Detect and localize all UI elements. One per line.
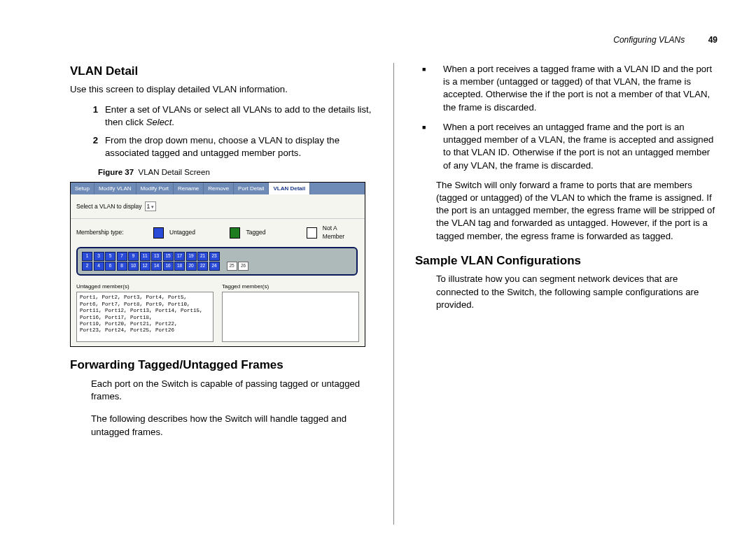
tab-port-detail[interactable]: Port Detail	[234, 183, 269, 194]
port-13[interactable]: 13	[151, 252, 162, 261]
tagged-members-text	[222, 292, 359, 342]
vlan-detail-intro: Use this screen to display detailed VLAN…	[70, 83, 372, 96]
chapter-title: Configuring VLANs	[613, 35, 685, 45]
port-4[interactable]: 4	[94, 262, 104, 271]
port-9[interactable]: 9	[128, 252, 139, 261]
port-21[interactable]: 21	[197, 252, 208, 261]
port-16[interactable]: 16	[163, 262, 174, 271]
tab-rename[interactable]: Rename	[174, 183, 204, 194]
untagged-members-text: Port1, Port2, Port3, Port4, Port5, Port6…	[76, 292, 214, 342]
port-1[interactable]: 1	[82, 252, 92, 261]
frame-handling-bullets: ■ When a port receives a tagged frame wi…	[415, 63, 718, 172]
port-6[interactable]: 6	[105, 262, 115, 271]
left-column: VLAN Detail Use this screen to display d…	[70, 63, 372, 525]
port-5[interactable]: 5	[105, 252, 115, 261]
swatch-tagged	[230, 227, 240, 239]
port-23[interactable]: 23	[209, 252, 220, 261]
screenshot-tabs: Setup Modify VLAN Modify Port Rename Rem…	[71, 183, 365, 194]
vlan-detail-screenshot: Setup Modify VLAN Modify Port Rename Rem…	[70, 182, 365, 347]
membership-legend: Membership type: Untagged Tagged Not A M…	[76, 225, 359, 241]
port-22[interactable]: 22	[197, 262, 208, 271]
port-14[interactable]: 14	[151, 262, 162, 271]
step-1: 1 Enter a set of VLANs or select all VLA…	[70, 104, 372, 129]
forwarding-p1: Each port on the Switch is capable of pa…	[70, 378, 372, 403]
tab-remove[interactable]: Remove	[204, 183, 234, 194]
tab-vlan-detail[interactable]: VLAN Detail	[269, 183, 310, 194]
tab-modify-port[interactable]: Modify Port	[136, 183, 174, 194]
port-10[interactable]: 10	[128, 262, 139, 271]
heading-vlan-detail: VLAN Detail	[70, 63, 372, 79]
port-26[interactable]: 26	[238, 262, 248, 271]
port-20[interactable]: 20	[186, 262, 197, 271]
tagged-members-box: Tagged member(s)	[222, 283, 359, 342]
port-17[interactable]: 17	[174, 252, 185, 261]
right-column: ■ When a port receives a tagged frame wi…	[415, 63, 718, 525]
figure-caption: Figure 37 VLAN Detail Screen	[98, 167, 372, 178]
port-7[interactable]: 7	[117, 252, 127, 261]
port-19[interactable]: 19	[186, 252, 197, 261]
bullet-untagged-frame: ■ When a port receives an untagged frame…	[415, 121, 718, 172]
tab-setup[interactable]: Setup	[71, 183, 94, 194]
bullet-icon: ■	[415, 121, 443, 172]
membership-label: Membership type:	[76, 229, 130, 237]
heading-sample-configs: Sample VLAN Configurations	[415, 253, 718, 269]
heading-forwarding: Forwarding Tagged/Untagged Frames	[70, 357, 372, 373]
column-divider	[393, 63, 394, 525]
swatch-not-member	[307, 227, 317, 239]
port-15[interactable]: 15	[163, 252, 174, 261]
step-2: 2 From the drop down menu, choose a VLAN…	[70, 134, 372, 159]
page-number: 49	[708, 35, 718, 45]
port-3[interactable]: 3	[94, 252, 104, 261]
page-header: Configuring VLANs 49	[613, 35, 718, 45]
sample-configs-intro: To illustrate how you can segment networ…	[415, 273, 718, 311]
swatch-untagged	[153, 227, 164, 239]
port-25[interactable]: 25	[227, 262, 237, 271]
untagged-members-box: Untagged member(s) Port1, Port2, Port3, …	[76, 283, 214, 342]
port-strip: 1357911131517192123 24681012141618202224…	[76, 247, 358, 276]
steps-list: 1 Enter a set of VLANs or select all VLA…	[70, 104, 372, 160]
forwarding-p2: The following describes how the Switch w…	[70, 413, 372, 438]
select-vlan-row: Select a VLAN to display 1	[76, 201, 359, 211]
switch-forwarding-para: The Switch will only forward a frame to …	[415, 179, 718, 243]
bullet-icon: ■	[415, 63, 443, 114]
select-vlan-label: Select a VLAN to display	[76, 203, 142, 211]
tab-modify-vlan[interactable]: Modify VLAN	[94, 183, 136, 194]
vlan-select-dropdown[interactable]: 1	[145, 201, 157, 211]
port-8[interactable]: 8	[117, 262, 127, 271]
port-2[interactable]: 2	[82, 262, 92, 271]
port-11[interactable]: 11	[140, 252, 150, 261]
bullet-tagged-frame: ■ When a port receives a tagged frame wi…	[415, 63, 718, 114]
port-24[interactable]: 24	[209, 262, 220, 271]
port-18[interactable]: 18	[174, 262, 185, 271]
port-12[interactable]: 12	[140, 262, 150, 271]
